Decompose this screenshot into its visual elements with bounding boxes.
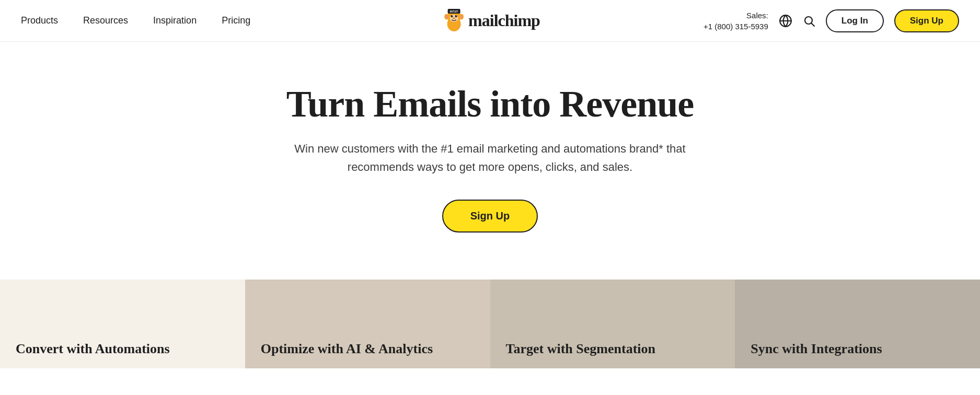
svg-point-3 [445, 15, 448, 18]
svg-point-9 [452, 15, 452, 16]
globe-icon[interactable] [779, 14, 792, 28]
nav-right: Sales: +1 (800) 315-5939 Log In Sign Up [704, 9, 959, 32]
svg-point-10 [456, 15, 456, 16]
login-button[interactable]: Log In [826, 9, 884, 32]
search-icon[interactable] [803, 15, 815, 27]
bottom-cards: Convert with Automations Optimize with A… [0, 280, 980, 368]
card-automations[interactable]: Convert with Automations [0, 280, 245, 368]
signup-nav-button[interactable]: Sign Up [894, 9, 959, 32]
svg-point-11 [453, 17, 455, 19]
svg-text:INTUIT: INTUIT [449, 10, 458, 13]
svg-point-8 [455, 15, 457, 17]
nav-item-inspiration[interactable]: Inspiration [153, 15, 197, 26]
card-ai-analytics-title: Optimize with AI & Analytics [261, 340, 433, 358]
hero-section: Turn Emails into Revenue Win new custome… [0, 42, 980, 280]
hero-subtitle: Win new customers with the #1 email mark… [292, 140, 689, 176]
monkey-icon: INTUIT [440, 7, 467, 34]
sales-label: Sales: [704, 10, 768, 21]
mailchimp-logo: INTUIT mailchimp [440, 7, 540, 34]
signup-hero-button[interactable]: Sign Up [442, 200, 538, 233]
card-segmentation-title: Target with Segmentation [506, 340, 655, 358]
sales-phone: +1 (800) 315-5939 [704, 21, 768, 32]
svg-point-5 [460, 15, 463, 18]
hero-title: Turn Emails into Revenue [286, 84, 694, 125]
nav-item-resources[interactable]: Resources [83, 15, 128, 26]
nav-item-products[interactable]: Products [21, 15, 58, 26]
svg-line-17 [811, 23, 814, 26]
card-ai-analytics[interactable]: Optimize with AI & Analytics [245, 280, 490, 368]
card-segmentation[interactable]: Target with Segmentation [490, 280, 735, 368]
svg-point-7 [451, 15, 453, 17]
navbar: Products Resources Inspiration Pricing [0, 0, 980, 42]
sales-info: Sales: +1 (800) 315-5939 [704, 10, 768, 32]
card-automations-title: Convert with Automations [16, 340, 170, 358]
nav-left: Products Resources Inspiration Pricing [21, 15, 250, 26]
logo-container[interactable]: INTUIT mailchimp [440, 7, 540, 34]
nav-item-pricing[interactable]: Pricing [222, 15, 250, 26]
logo-text: mailchimp [468, 11, 540, 30]
card-integrations-title: Sync with Integrations [751, 340, 882, 358]
card-integrations[interactable]: Sync with Integrations [735, 280, 980, 368]
